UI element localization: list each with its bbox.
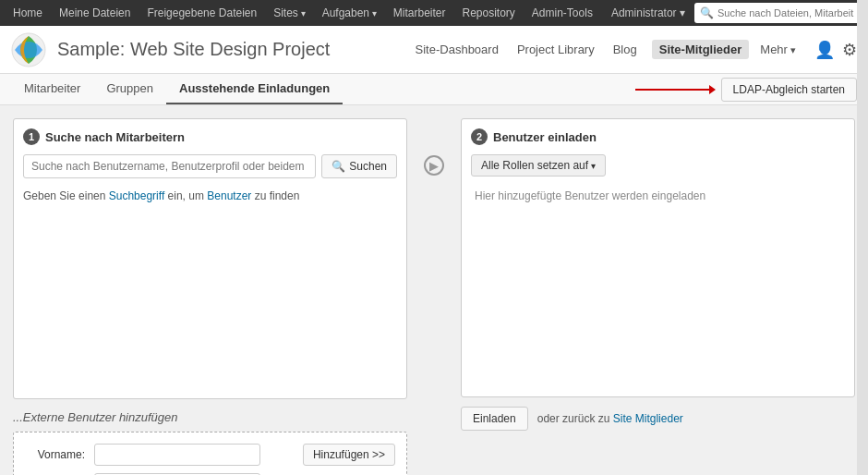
search-title-text: Suche nach Mitarbeitern — [45, 130, 185, 144]
nav-admin-tools[interactable]: Admin-Tools — [524, 3, 600, 23]
invite-title-text: Benutzer einladen — [493, 130, 597, 144]
site-header: Sample: Web Site Design Project Site-Das… — [0, 26, 868, 74]
nav-blog[interactable]: Blog — [609, 41, 641, 58]
arrow-connector-icon: ▶ — [424, 155, 444, 176]
search-section-title: 1 Suche nach Mitarbeitern — [23, 128, 397, 145]
sub-navigation: Mitarbeiter Gruppen Ausstehende Einladun… — [0, 74, 868, 105]
nav-repository[interactable]: Repository — [455, 3, 523, 23]
user-profile-icon[interactable]: 👤 — [814, 40, 835, 60]
search-input[interactable] — [23, 154, 316, 178]
search-section: 1 Suche nach Mitarbeitern 🔍 Suchen Geben… — [13, 118, 407, 399]
search-btn-label: Suchen — [349, 160, 387, 173]
hint-link-benutzer[interactable]: Benutzer — [207, 189, 251, 202]
site-title: Sample: Web Site Design Project — [57, 39, 412, 60]
nav-user[interactable]: Administrator ▾ — [604, 3, 693, 23]
arrow-indicator — [635, 85, 716, 94]
nav-home[interactable]: Home — [6, 3, 50, 23]
invite-area: Hier hinzugefügte Benutzer werden eingel… — [471, 184, 845, 387]
ldap-button[interactable]: LDAP-Abgleich starten — [721, 78, 857, 102]
search-hint: Geben Sie einen Suchbegriff ein, um Benu… — [23, 186, 397, 206]
nav-mitarbeiter[interactable]: Mitarbeiter — [386, 3, 453, 23]
search-row: 🔍 Suchen — [23, 154, 397, 178]
invite-area-text: Hier hinzugefügte Benutzer werden eingel… — [475, 189, 705, 202]
right-panel: 2 Benutzer einladen Alle Rollen setzen a… — [461, 118, 855, 431]
roles-row: Alle Rollen setzen auf — [471, 154, 845, 177]
nav-meine-dateien[interactable]: Meine Dateien — [52, 3, 138, 23]
nav-aufgaben[interactable]: Aufgaben — [315, 3, 384, 23]
input-vorname[interactable] — [94, 444, 260, 466]
left-panel: 1 Suche nach Mitarbeitern 🔍 Suchen Geben… — [13, 118, 407, 475]
search-icon: 🔍 — [700, 6, 714, 19]
search-button[interactable]: 🔍 Suchen — [321, 154, 397, 178]
invite-section-title: 2 Benutzer einladen — [471, 128, 845, 145]
global-search-bar: 🔍 ✕ — [694, 3, 868, 23]
invite-section: 2 Benutzer einladen Alle Rollen setzen a… — [461, 118, 855, 397]
hint-link-suchbegriff[interactable]: Suchbegriff — [109, 189, 165, 202]
search-results-area: Geben Sie einen Suchbegriff ein, um Benu… — [23, 186, 397, 389]
scrollbar[interactable] — [857, 0, 868, 475]
external-section: ...Externe Benutzer hinzufügen Vorname: … — [13, 410, 407, 475]
invite-button[interactable]: Einladen — [461, 407, 528, 431]
add-button[interactable]: Hinzufügen >> — [303, 444, 395, 466]
search-btn-icon: 🔍 — [332, 160, 345, 173]
nav-site-mitglieder[interactable]: Site-Mitglieder — [652, 40, 750, 59]
site-logo — [11, 32, 46, 67]
external-form: Vorname: Hinzufügen >> Nachname: E-Mail: — [13, 432, 407, 475]
main-content: 1 Suche nach Mitarbeitern 🔍 Suchen Geben… — [0, 105, 868, 475]
nav-project-library[interactable]: Project Library — [513, 41, 598, 58]
form-row-vorname: Vorname: Hinzufügen >> — [25, 444, 395, 466]
or-text: oder zurück zu — [537, 412, 610, 425]
nav-site-dashboard[interactable]: Site-Dashboard — [412, 41, 502, 58]
settings-icon[interactable]: ⚙ — [842, 40, 857, 60]
nav-freigegebene-dateien[interactable]: Freigegebene Dateien — [139, 3, 264, 23]
step-2-circle: 2 — [471, 128, 488, 145]
tab-gruppen[interactable]: Gruppen — [93, 74, 166, 104]
nav-sites[interactable]: Sites — [266, 3, 312, 23]
roles-button[interactable]: Alle Rollen setzen auf — [471, 154, 606, 177]
top-navigation: Home Meine Dateien Freigegebene Dateien … — [0, 0, 868, 26]
site-navigation: Site-Dashboard Project Library Blog Site… — [412, 40, 857, 60]
label-vorname: Vorname: — [25, 448, 85, 461]
nav-mehr[interactable]: Mehr — [760, 43, 796, 56]
invite-actions: Einladen oder zurück zu Site Mitglieder — [461, 407, 855, 431]
arrow-connector: ▶ — [420, 118, 448, 176]
tab-ausstehende-einladungen[interactable]: Ausstehende Einladungen — [166, 74, 343, 104]
step-1-circle: 1 — [23, 128, 40, 145]
global-search-input[interactable] — [717, 7, 861, 18]
back-link[interactable]: Site Mitglieder — [613, 412, 683, 425]
invite-back-link: oder zurück zu Site Mitglieder — [537, 412, 683, 425]
external-title: ...Externe Benutzer hinzufügen — [13, 410, 407, 424]
tab-mitarbeiter[interactable]: Mitarbeiter — [11, 74, 93, 104]
